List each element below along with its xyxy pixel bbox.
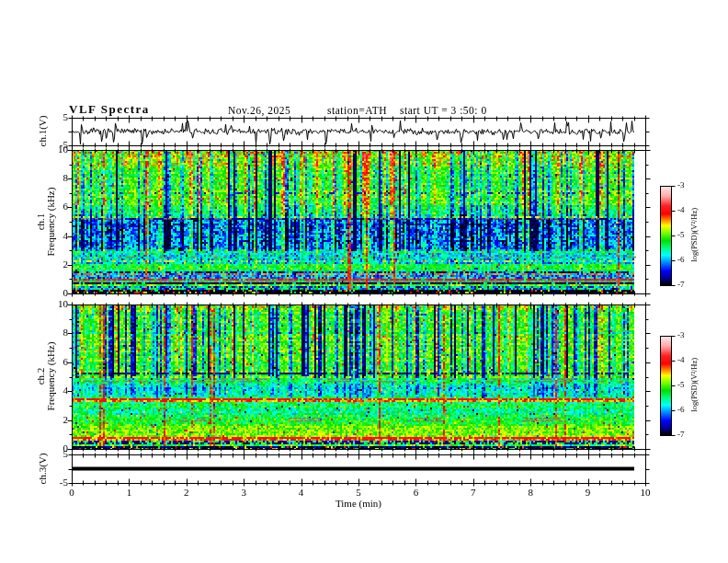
x-tick-label: 5: [349, 488, 368, 498]
colorbar-tick-label: -5: [677, 381, 698, 389]
x-tick-label: 4: [292, 488, 311, 498]
x-tick-label: 0: [63, 488, 81, 498]
colorbar-tick-label: -5: [677, 231, 698, 239]
colorbar-tick-label: -7: [677, 431, 698, 439]
y-tick-label: 0: [40, 288, 68, 298]
date-label: Nov.26, 2025: [228, 106, 290, 117]
y-tick-label: 2: [40, 415, 68, 425]
x-tick-label: 9: [579, 488, 597, 498]
ylabel-ch1-spec: ch.1 Frequency (kHz): [36, 148, 56, 295]
colorbar-tick-label: -6: [677, 406, 698, 414]
colorbar-tick-label: -6: [677, 256, 698, 264]
y-tick-label: 8: [40, 173, 68, 183]
station-label: station=ATH: [327, 106, 387, 117]
y-tick-label: -5: [40, 477, 68, 488]
y-tick-label: -5: [40, 140, 68, 150]
x-axis-label: Time (min): [303, 499, 414, 509]
ylabel-ch2-frequency: Frequency (kHz): [46, 303, 56, 450]
page-title: VLF Spectra: [69, 103, 150, 115]
y-tick-label: 10: [40, 299, 68, 309]
vlf-spectra-figure: VLF Spectra Nov.26, 2025 station=ATH sta…: [0, 0, 728, 563]
start-ut-label: start UT = 3 :50: 0: [400, 106, 487, 117]
y-tick-label: 2: [40, 259, 68, 270]
colorbar-tick-label: -3: [677, 331, 698, 339]
x-tick-label: 6: [406, 488, 425, 498]
colorbar-tick-label: -3: [677, 181, 698, 190]
y-tick-label: 5: [40, 112, 68, 122]
y-tick-label: 6: [40, 357, 68, 367]
y-tick-label: 4: [40, 231, 68, 241]
x-tick-label: 10: [636, 488, 654, 498]
y-tick-label: 6: [40, 201, 68, 212]
x-tick-label: 2: [177, 488, 196, 498]
y-tick-label: 4: [40, 385, 68, 396]
ylabel-ch1-frequency: Frequency (kHz): [46, 148, 56, 295]
colorbar-tick-label: -7: [677, 281, 698, 289]
x-tick-label: 7: [464, 488, 483, 498]
x-tick-label: 8: [521, 488, 540, 498]
colorbar-tick-label: -4: [677, 206, 698, 214]
y-tick-label: 8: [40, 327, 68, 338]
y-tick-label: 5: [40, 449, 68, 459]
x-tick-label: 3: [234, 488, 253, 498]
ylabel-ch3-voltage: ch.3(V): [38, 414, 48, 524]
x-tick-label: 1: [119, 488, 138, 498]
plot-canvas: [0, 0, 728, 563]
colorbar-tick-label: -4: [677, 356, 698, 364]
